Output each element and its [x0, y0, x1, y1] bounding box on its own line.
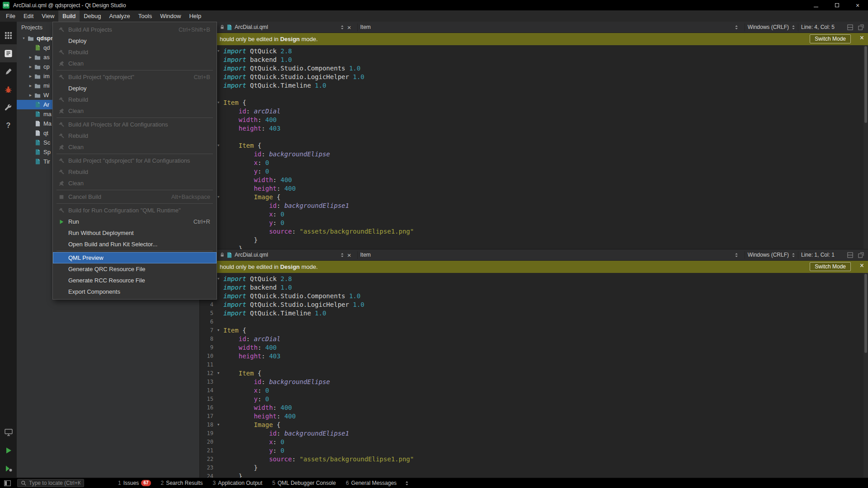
menu-item-deploy[interactable]: Deploy — [53, 83, 217, 94]
close-document-button[interactable]: × — [344, 251, 354, 259]
output-pane-issues[interactable]: 1Issues67 — [113, 478, 156, 488]
code-line[interactable]: 13 id: backgroundElipse — [200, 150, 868, 159]
code-line[interactable]: 6 — [200, 90, 868, 99]
code-editor[interactable]: 1▼import QtQuick 2.82import backend 1.03… — [200, 273, 868, 478]
menu-tools[interactable]: Tools — [134, 10, 156, 22]
code-line[interactable]: 23 } — [200, 236, 868, 244]
code-line[interactable]: 8 id: arcDial — [200, 335, 868, 343]
code-line[interactable]: 18▼ Image { — [200, 193, 868, 202]
code-line[interactable]: 17 height: 400 — [200, 184, 868, 193]
scrollbar-thumb[interactable] — [864, 46, 867, 123]
code-line[interactable]: 17 height: 400 — [200, 412, 868, 421]
editor-scrollbar[interactable] — [863, 45, 868, 249]
expander-icon[interactable]: ▶ — [27, 94, 34, 97]
menu-file[interactable]: File — [2, 10, 19, 22]
code-line[interactable]: 21 y: 0 — [200, 446, 868, 455]
code-line[interactable]: 15 y: 0 — [200, 167, 868, 176]
menu-item-run[interactable]: RunCtrl+R — [53, 216, 217, 227]
code-line[interactable]: 3import QtQuick.Studio.Components 1.0 — [200, 64, 868, 73]
code-line[interactable]: 2import backend 1.0 — [200, 283, 868, 292]
code-line[interactable]: 24 } — [200, 244, 868, 249]
locator-field[interactable]: Type to locate (Ctrl+K) — [17, 479, 84, 487]
code-line[interactable]: 13 id: backgroundElipse — [200, 378, 868, 386]
expander-icon[interactable]: ▶ — [27, 65, 34, 69]
debug-mode-icon[interactable] — [0, 80, 17, 99]
close-document-button[interactable]: × — [344, 23, 354, 31]
expander-icon[interactable]: ▶ — [27, 84, 34, 88]
output-pane-application-output[interactable]: 3Application Output — [208, 478, 268, 488]
fold-marker-icon[interactable]: ▼ — [213, 369, 223, 378]
split-editor-button[interactable] — [844, 252, 855, 258]
run-icon[interactable] — [0, 441, 17, 460]
menu-build[interactable]: Build — [58, 10, 80, 22]
warning-close-icon[interactable]: × — [860, 262, 864, 270]
code-line[interactable]: 11 — [200, 133, 868, 141]
code-line[interactable]: 3import QtQuick.Studio.Components 1.0 — [200, 292, 868, 300]
menu-item-deploy[interactable]: Deploy — [53, 35, 217, 47]
code-line[interactable]: 15 y: 0 — [200, 395, 868, 404]
switch-mode-button[interactable]: Switch Mode — [810, 34, 851, 43]
menu-item-generate-qrc-resource-file[interactable]: Generate QRC Resource File — [53, 263, 217, 275]
kit-selector-icon[interactable] — [0, 423, 17, 441]
code-line[interactable]: 22 source: "assets/backgroundElipse1.png… — [200, 227, 868, 236]
menu-edit[interactable]: Edit — [19, 10, 38, 22]
design-mode-icon[interactable] — [0, 62, 17, 80]
code-line[interactable]: 10 height: 403 — [200, 124, 868, 133]
code-line[interactable]: 20 x: 0 — [200, 438, 868, 446]
editor-scrollbar[interactable] — [863, 273, 868, 478]
code-line[interactable]: 1▼import QtQuick 2.8 — [200, 47, 868, 56]
code-line[interactable]: 5import QtQuick.Timeline 1.0 — [200, 81, 868, 90]
toggle-left-sidebar-button[interactable] — [0, 480, 14, 486]
line-ending-dropdown[interactable]: Windows (CRLF) — [748, 252, 795, 258]
menu-item-run-without-deployment[interactable]: Run Without Deployment — [53, 227, 217, 239]
menu-item-export-components[interactable]: Export Components — [53, 286, 217, 297]
maximize-button[interactable] — [826, 0, 847, 10]
welcome-mode-icon[interactable] — [0, 26, 17, 44]
output-pane-search-results[interactable]: 2Search Results — [156, 478, 208, 488]
warning-close-icon[interactable]: × — [860, 34, 864, 42]
expander-icon[interactable]: ▼ — [20, 37, 27, 40]
code-line[interactable]: 8 id: arcDial — [200, 107, 868, 116]
code-line[interactable]: 12▼ Item { — [200, 369, 868, 378]
code-line[interactable]: 4import QtQuick.Studio.LogicHelper 1.0 — [200, 73, 868, 81]
help-icon[interactable]: ? — [0, 117, 17, 135]
code-line[interactable]: 11 — [200, 361, 868, 369]
code-line[interactable]: 14 x: 0 — [200, 386, 868, 395]
menu-debug[interactable]: Debug — [80, 10, 105, 22]
open-in-window-button[interactable] — [855, 24, 866, 30]
code-line[interactable]: 4import QtQuick.Studio.LogicHelper 1.0 — [200, 300, 868, 309]
output-pane-general-messages[interactable]: 6General Messages — [341, 478, 401, 488]
switch-mode-button[interactable]: Switch Mode — [810, 262, 851, 271]
output-pane-arrows-icon[interactable] — [401, 481, 412, 486]
symbol-dropdown[interactable]: Item — [360, 252, 742, 258]
open-in-window-button[interactable] — [855, 252, 866, 258]
code-line[interactable]: 10 height: 403 — [200, 352, 868, 361]
code-line[interactable]: 19 id: backgroundElipse1 — [200, 202, 868, 210]
menu-view[interactable]: View — [38, 10, 58, 22]
code-line[interactable]: 19 id: backgroundElipse1 — [200, 429, 868, 438]
split-editor-button[interactable] — [844, 24, 855, 30]
code-line[interactable]: 20 x: 0 — [200, 210, 868, 219]
code-line[interactable]: 7▼Item { — [200, 99, 868, 107]
menu-item-qml-preview[interactable]: QML Preview — [53, 252, 217, 263]
output-pane-qml-debugger-console[interactable]: 5QML Debugger Console — [267, 478, 341, 488]
fold-marker-icon[interactable]: ▼ — [213, 421, 223, 429]
scrollbar-thumb[interactable] — [864, 274, 867, 353]
line-ending-dropdown[interactable]: Windows (CRLF) — [748, 24, 795, 30]
menu-help[interactable]: Help — [185, 10, 205, 22]
code-line[interactable]: 16 width: 400 — [200, 176, 868, 184]
code-line[interactable]: 9 width: 400 — [200, 116, 868, 124]
code-line[interactable]: 22 source: "assets/backgroundElipse1.png… — [200, 455, 868, 464]
expander-icon[interactable]: ▶ — [27, 56, 34, 59]
code-line[interactable]: 7▼Item { — [200, 326, 868, 335]
edit-mode-icon[interactable] — [0, 44, 17, 62]
code-line[interactable]: 16 width: 400 — [200, 404, 868, 412]
code-line[interactable]: 24 } — [200, 472, 868, 478]
code-line[interactable]: 18▼ Image { — [200, 421, 868, 429]
code-line[interactable]: 9 width: 400 — [200, 343, 868, 352]
open-document-dropdown[interactable]: ArcDial.ui.qml — [235, 252, 344, 258]
code-line[interactable]: 2import backend 1.0 — [200, 56, 868, 64]
open-document-dropdown[interactable]: ArcDial.ui.qml — [235, 24, 344, 30]
code-line[interactable]: 21 y: 0 — [200, 219, 868, 227]
menu-item-open-build-and-run-kit-selector[interactable]: Open Build and Run Kit Selector... — [53, 239, 217, 250]
